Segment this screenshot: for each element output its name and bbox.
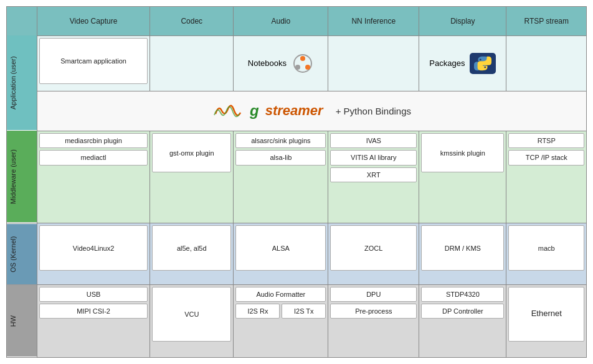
preprocess-box: Pre-process [330, 304, 417, 319]
diagram-container: Video Capture Codec Audio NN Inference D… [0, 0, 593, 364]
vcu-box: VCU [152, 287, 231, 342]
python-icon [470, 53, 496, 74]
app-rtsp-cell [506, 35, 587, 91]
gstreamer-wave-icon [212, 101, 244, 120]
mw-display-cell: kmssink plugin [419, 131, 506, 223]
app-codec-cell [150, 35, 234, 91]
app-layer-label: Application (user) [7, 35, 37, 131]
i2srx-box: I2S Rx [235, 304, 280, 319]
os-video-cell: Video4Linux2 [37, 223, 150, 285]
gstreamer-g: g [250, 102, 259, 119]
hw-rtsp-cell: Ethernet [506, 284, 587, 357]
kmssink-box: kmssink plugin [421, 133, 504, 172]
tcpip-box: TCP /IP stack [508, 150, 584, 165]
col-header-video: Video Capture [37, 7, 150, 36]
mw-nn-cell: IVAS VITIS AI library XRT [328, 131, 419, 223]
svg-point-3 [305, 65, 310, 70]
hw-codec-cell: VCU [150, 284, 234, 357]
dpcontroller-box: DP Controller [421, 304, 504, 319]
alsalib-box: alsa-lib [235, 150, 326, 165]
os-codec-cell: al5e, al5d [150, 223, 234, 285]
dpu-box: DPU [330, 287, 417, 302]
hw-video-cell: USB MIPI CSI-2 [37, 284, 150, 357]
mw-layer-label: Middleware (user) [7, 131, 37, 223]
notebooks-label: Notebooks [248, 58, 287, 68]
gstreamer-name: streamer [265, 103, 323, 119]
v4l2-box: Video4Linux2 [39, 225, 148, 271]
app-audio-cell: Notebooks [234, 35, 328, 91]
mipi-box: MIPI CSI-2 [39, 304, 148, 319]
mw-audio-cell: alsasrc/sink plugins alsa-lib [234, 131, 328, 223]
mediasrcbin-box: mediasrcbin plugin [39, 133, 148, 148]
alsa-box: ALSA [235, 225, 326, 271]
hw-layer-label: HW [7, 284, 37, 357]
xrt-box: XRT [330, 167, 417, 182]
smartcam-box: Smartcam application [39, 38, 148, 84]
os-display-cell: DRM / KMS [419, 223, 506, 285]
os-layer-label: OS (Kernel) [7, 223, 37, 285]
corner-cell [7, 7, 37, 36]
col-header-display: Display [419, 7, 506, 36]
usb-box: USB [39, 287, 148, 302]
os-rtsp-cell: macb [506, 223, 587, 285]
gstomx-box: gst-omx plugin [152, 133, 231, 172]
zocl-box: ZOCL [330, 225, 417, 271]
col-header-rtsp: RTSP stream [506, 7, 587, 36]
macb-box: macb [508, 225, 584, 271]
audioformatter-box: Audio Formatter [235, 287, 326, 302]
mw-codec-cell: gst-omx plugin [150, 131, 234, 223]
stdp-box: STDP4320 [421, 287, 504, 302]
col-header-nn: NN Inference [328, 7, 419, 36]
os-audio-cell: ALSA [234, 223, 328, 285]
jupyter-icon [292, 52, 314, 75]
col-header-audio: Audio [234, 7, 328, 36]
hw-nn-cell: DPU Pre-process [328, 284, 419, 357]
alsasrc-box: alsasrc/sink plugins [235, 133, 326, 148]
app-video-cell: Smartcam application [37, 35, 150, 91]
mw-rtsp-cell: RTSP TCP /IP stack [506, 131, 587, 223]
app-display-cell: Packages [419, 35, 506, 91]
hw-display-cell: STDP4320 DP Controller [419, 284, 506, 357]
mw-video-cell: mediasrcbin plugin mediactl [37, 131, 150, 223]
i2stx-box: I2S Tx [282, 304, 326, 319]
col-header-codec: Codec [150, 7, 234, 36]
os-nn-cell: ZOCL [328, 223, 419, 285]
svg-point-2 [295, 65, 300, 70]
svg-point-1 [300, 56, 305, 61]
vitis-box: VITIS AI library [330, 150, 417, 165]
al5e-box: al5e, al5d [152, 225, 231, 271]
gstreamer-row: gstreamer + Python Bindings [37, 91, 587, 131]
mediactl-box: mediactl [39, 150, 148, 165]
hw-audio-cell: Audio Formatter I2S Rx I2S Tx [234, 284, 328, 357]
gstreamer-banner: gstreamer + Python Bindings [39, 101, 584, 120]
ivas-box: IVAS [330, 133, 417, 148]
rtsp-box: RTSP [508, 133, 584, 148]
app-nn-cell [328, 35, 419, 91]
ethernet-box: Ethernet [508, 287, 584, 342]
python-bindings-label: + Python Bindings [336, 106, 411, 116]
drmkms-box: DRM / KMS [421, 225, 504, 271]
packages-label: Packages [429, 58, 465, 68]
